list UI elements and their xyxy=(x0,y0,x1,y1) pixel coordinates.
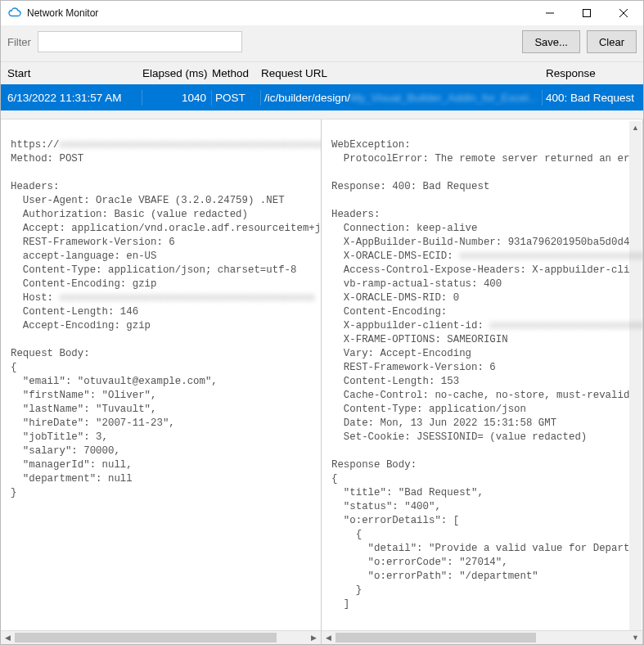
cell-elapsed: 1040 xyxy=(142,90,212,106)
cell-url: /ic/builder/design/My_Visual_Builder_Add… xyxy=(261,90,543,106)
scroll-right-icon[interactable]: ▶ xyxy=(307,631,321,644)
scroll-down-icon[interactable]: ▼ xyxy=(629,631,642,643)
scroll-left-icon[interactable]: ◀ xyxy=(1,631,15,644)
clear-button[interactable]: Clear xyxy=(587,30,637,53)
close-button[interactable] xyxy=(605,2,642,25)
toolbar: Filter Save... Clear xyxy=(1,25,643,62)
cell-start: 6/13/2022 11:31:57 AM xyxy=(7,90,142,106)
table-header-row: Start Elapsed (ms) Method Request URL Re… xyxy=(1,62,643,84)
response-text[interactable]: WebException: ProtocolError: The remote … xyxy=(322,120,642,630)
scroll-left-icon[interactable]: ◀ xyxy=(322,631,336,644)
header-start[interactable]: Start xyxy=(7,67,142,79)
header-elapsed[interactable]: Elapsed (ms) xyxy=(142,67,212,79)
scroll-up-icon[interactable]: ▲ xyxy=(629,121,642,133)
header-response[interactable]: Response xyxy=(543,67,637,79)
response-hscrollbar[interactable]: ◀ ▶ xyxy=(322,630,642,644)
app-icon xyxy=(7,6,22,20)
request-hscrollbar[interactable]: ◀ ▶ xyxy=(1,630,321,644)
cell-method: POST xyxy=(212,90,261,106)
header-method[interactable]: Method xyxy=(212,67,261,79)
table-row[interactable]: 6/13/2022 11:31:57 AM 1040 POST /ic/buil… xyxy=(1,84,643,111)
minimize-button[interactable] xyxy=(531,2,568,25)
header-url[interactable]: Request URL xyxy=(261,67,543,79)
filter-input[interactable] xyxy=(38,31,242,52)
svg-rect-1 xyxy=(583,10,590,17)
save-button[interactable]: Save... xyxy=(522,30,579,53)
window-title: Network Monitor xyxy=(27,7,531,19)
request-text[interactable]: https://xxxxxxxxxxxxxxxxxxxxxxxxxxxxxxxx… xyxy=(1,120,321,630)
response-vscrollbar[interactable] xyxy=(629,133,642,630)
details-splitter: https://xxxxxxxxxxxxxxxxxxxxxxxxxxxxxxxx… xyxy=(1,119,643,644)
filter-label: Filter xyxy=(7,36,31,48)
response-pane: ▲ ▼ WebException: ProtocolError: The rem… xyxy=(322,120,643,644)
request-pane: https://xxxxxxxxxxxxxxxxxxxxxxxxxxxxxxxx… xyxy=(1,120,322,644)
cell-response: 400: Bad Request xyxy=(543,90,637,106)
maximize-button[interactable] xyxy=(568,2,605,25)
titlebar: Network Monitor xyxy=(1,1,643,25)
